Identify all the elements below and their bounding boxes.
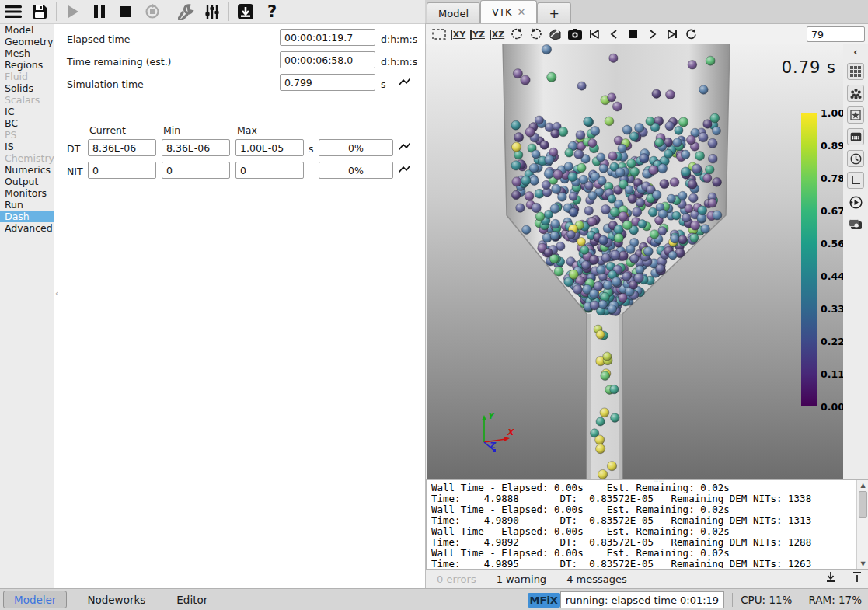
menu-button[interactable] xyxy=(0,1,26,23)
tab-vtk[interactable]: VTK ✕ xyxy=(480,0,537,23)
cells-button[interactable] xyxy=(847,128,864,145)
fit-view-button[interactable] xyxy=(429,26,448,43)
frame-number-input[interactable] xyxy=(807,26,865,42)
messages-count[interactable]: 4 messages xyxy=(566,573,627,585)
sidebar-item-monitors[interactable]: Monitors xyxy=(0,187,54,199)
nit-progress[interactable] xyxy=(319,162,393,179)
sidebar-item-model[interactable]: Model xyxy=(0,24,54,36)
reset-button[interactable] xyxy=(139,1,166,23)
axes-button[interactable] xyxy=(847,172,864,189)
toolbar-separator xyxy=(169,2,169,21)
pause-icon xyxy=(93,5,106,19)
col-min: Min xyxy=(163,124,180,136)
colorbar-tick: 0.89 xyxy=(821,140,844,152)
rotate-right-button[interactable] xyxy=(526,26,546,43)
view-xy-button[interactable]: XY xyxy=(448,26,468,43)
sidebar-item-advanced[interactable]: Advanced xyxy=(0,222,54,234)
log-splitter[interactable]: ⋯⋯⋯⋯ xyxy=(647,477,671,480)
rotate-left-button[interactable] xyxy=(507,26,526,43)
stop-playback-button[interactable] xyxy=(623,26,643,43)
nit-current-input[interactable] xyxy=(88,162,156,179)
sidebar-item-ic[interactable]: IC xyxy=(0,106,54,117)
terminal-output[interactable]: ⋯⋯⋯⋯ Wall Time - Elapsed: 0.00s Est. Rem… xyxy=(426,479,868,570)
sidebar-item-regions[interactable]: Regions xyxy=(0,59,54,71)
plot-toggle-nit[interactable] xyxy=(398,164,411,174)
mode-nodeworks[interactable]: Nodeworks xyxy=(87,594,145,606)
sidebar-splitter[interactable]: ‹ xyxy=(55,289,58,298)
mode-editor[interactable]: Editor xyxy=(176,594,207,606)
tab-add[interactable]: + xyxy=(537,2,571,23)
plot-toggle-dt[interactable] xyxy=(398,141,411,152)
scroll-up-arrow[interactable]: ▲ xyxy=(857,480,868,490)
floppy-icon xyxy=(32,4,47,19)
sidebar-item-mesh[interactable]: Mesh xyxy=(0,47,54,59)
collapse-rail-icon[interactable]: ‹ xyxy=(853,46,857,60)
scroll-thumb[interactable] xyxy=(859,491,867,518)
perspective-button[interactable] xyxy=(546,26,565,43)
simulation-time-input[interactable] xyxy=(280,74,375,91)
log-scrollbar[interactable]: ▲ ▼ xyxy=(856,480,868,569)
nit-max-input[interactable] xyxy=(235,162,304,179)
play-overlay-button[interactable] xyxy=(847,193,864,211)
scroll-to-top-icon[interactable] xyxy=(852,571,863,584)
previous-frame-button[interactable] xyxy=(604,26,623,43)
last-frame-button[interactable] xyxy=(662,26,682,43)
help-button[interactable]: ? xyxy=(259,1,285,23)
particles-button[interactable] xyxy=(847,85,864,102)
export-button[interactable] xyxy=(232,1,259,23)
view-yz-button[interactable]: YZ xyxy=(468,26,487,43)
stop-button[interactable] xyxy=(113,1,139,23)
scroll-down-arrow[interactable]: ▼ xyxy=(857,559,868,569)
sidebar-item-output[interactable]: Output xyxy=(0,176,54,187)
settings-button[interactable] xyxy=(199,1,225,23)
sidebar-item-dash[interactable]: Dash xyxy=(0,211,54,222)
time-remaining-input[interactable] xyxy=(280,51,375,68)
mode-modeler[interactable]: Modeler xyxy=(3,591,67,608)
colorbar-tick: 0.78 xyxy=(821,173,844,184)
sidebar-item-run[interactable]: Run xyxy=(0,199,54,211)
toolbar-separator xyxy=(56,2,57,21)
elapsed-time-input[interactable] xyxy=(280,29,375,46)
vtk-panel: XY YZ XZ YXZ 0.79 s 1.000.890.780.670.56… xyxy=(425,24,868,588)
main-toolbar: ? xyxy=(0,0,425,24)
nit-min-input[interactable] xyxy=(162,162,230,179)
sidebar-item-solids[interactable]: Solids xyxy=(0,82,54,94)
scroll-to-bottom-icon[interactable] xyxy=(825,571,836,584)
run-button[interactable] xyxy=(60,1,86,23)
sidebar-item-is[interactable]: IS xyxy=(0,141,54,152)
play-loop-button[interactable] xyxy=(682,26,701,43)
tab-model[interactable]: Model xyxy=(427,2,480,23)
vtk-3d-view[interactable]: YXZ 0.79 s 1.000.890.780.670.560.440.330… xyxy=(427,44,844,479)
statusbar-separator xyxy=(800,593,800,607)
dt-min-input[interactable] xyxy=(162,139,230,156)
dt-progress[interactable] xyxy=(319,139,393,156)
sidebar-item-geometry[interactable]: Geometry xyxy=(0,36,54,47)
save-button[interactable] xyxy=(26,1,53,23)
tab-close-icon[interactable]: ✕ xyxy=(517,6,525,18)
sidebar-item-bc[interactable]: BC xyxy=(0,117,54,129)
first-frame-button[interactable] xyxy=(584,26,604,43)
pause-button[interactable] xyxy=(86,1,113,23)
dt-current-input[interactable] xyxy=(88,139,156,156)
editor-tabs: Model VTK ✕ + xyxy=(425,0,868,24)
errors-count[interactable]: 0 errors xyxy=(437,573,476,585)
sidebar-item-numerics[interactable]: Numerics xyxy=(0,164,54,176)
elapsed-time-label: Elapsed time xyxy=(67,33,130,45)
sidebar-item-chemistry: Chemistry xyxy=(0,152,54,164)
next-frame-button[interactable] xyxy=(643,26,662,43)
mfix-window: ? Model VTK ✕ + ModelGeometryMeshRegions… xyxy=(0,0,868,610)
colorbar: 1.000.890.780.670.560.440.330.220.110.00 xyxy=(801,113,817,406)
view-side-rail: ‹ xyxy=(843,44,868,479)
dt-max-input[interactable] xyxy=(235,139,304,156)
build-button[interactable] xyxy=(173,1,199,23)
tab-model-label: Model xyxy=(438,8,469,19)
camera-button[interactable] xyxy=(847,215,864,232)
snapshot-button[interactable] xyxy=(565,26,584,43)
mesh-grid-button[interactable] xyxy=(847,63,864,80)
plot-toggle-simtime[interactable] xyxy=(398,77,411,87)
view-xz-button[interactable]: XZ xyxy=(487,26,507,43)
ram-meter: RAM: 17% xyxy=(808,594,862,606)
time-button[interactable] xyxy=(847,150,864,167)
geometry-button[interactable] xyxy=(847,106,864,124)
warnings-count[interactable]: 1 warning xyxy=(497,573,546,585)
